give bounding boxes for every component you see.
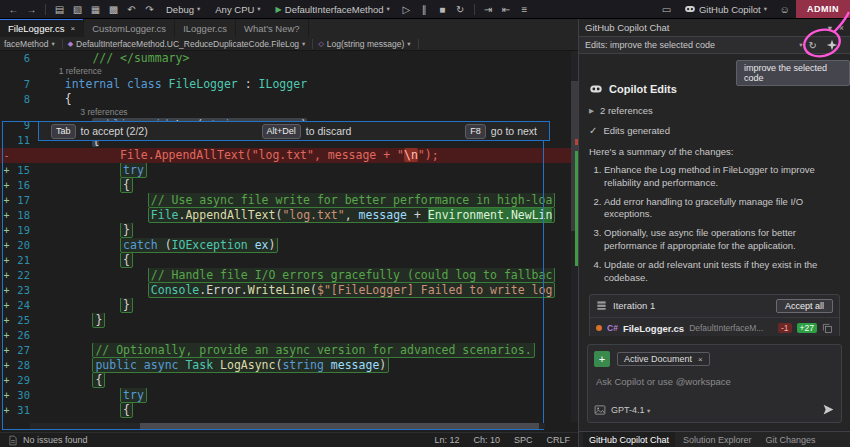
code-line[interactable]: +15 try — [0, 163, 578, 178]
github-copilot-menu[interactable]: GitHub Copilot▾ — [678, 2, 773, 16]
remove-context-icon[interactable]: × — [698, 355, 703, 364]
code-text: } — [37, 223, 578, 238]
horizontal-scrollbar-thumb[interactable] — [140, 423, 539, 429]
save-all-icon[interactable]: ▩ — [106, 4, 121, 15]
code-line[interactable]: +29 { — [0, 373, 578, 388]
panel-tab[interactable]: GitHub Copilot Chat — [583, 432, 675, 447]
find-icon[interactable]: ≡ — [517, 4, 532, 15]
horizontal-scrollbar[interactable] — [30, 423, 545, 429]
breadcrumb-project[interactable]: faceMethod▾ — [4, 39, 63, 49]
hint-discard-text: to discard — [306, 125, 352, 137]
line-indicator[interactable]: Ln: 12 — [434, 435, 459, 445]
code-text: 3 references — [37, 107, 578, 118]
doc-tab[interactable]: CustomLogger.cs — [84, 19, 175, 37]
f8-key: F8 — [465, 124, 486, 139]
run-icon: ▶ — [276, 5, 282, 14]
codelens-row[interactable]: 3 references — [0, 107, 578, 118]
code-line[interactable]: +26 — [0, 328, 578, 343]
restart-icon[interactable]: ↻ — [453, 4, 468, 15]
code-line[interactable]: 7 internal class FileLogger : ILogger — [0, 77, 578, 92]
send-icon[interactable] — [822, 403, 835, 416]
debug-config-label: Debug — [166, 4, 194, 15]
history-icon[interactable]: ↻ — [809, 40, 817, 51]
chevron-down-icon: ▾ — [51, 40, 54, 48]
mode-dropdown[interactable]: Edits: improve the selected code ▾ — [585, 40, 803, 50]
issues-status[interactable]: No issues found — [23, 435, 88, 445]
pause-icon[interactable]: ∥ — [417, 4, 432, 15]
code-line[interactable]: - File.AppendAllText("log.txt", message … — [0, 148, 578, 163]
add-context-button[interactable]: + — [594, 351, 610, 367]
code-line[interactable]: +18 File.AppendAllText("log.txt", messag… — [0, 208, 578, 223]
feedback-icon[interactable]: ☺ — [777, 4, 792, 15]
active-document-label: Active Document — [624, 354, 692, 364]
code-line[interactable]: +21 { — [0, 253, 578, 268]
improve-selection-icon[interactable] — [826, 39, 838, 51]
line-number: 25 — [13, 313, 37, 328]
code-line[interactable]: +23 Console.Error.WriteLine($"[FileLogge… — [0, 283, 578, 298]
breadcrumb-type[interactable]: ◆DefaultInterfaceMethod.UC_ReduceDuplica… — [68, 39, 314, 49]
forward-icon[interactable]: → — [24, 4, 39, 15]
open-diff-icon[interactable] — [822, 323, 833, 334]
undo-icon[interactable]: ↶ — [124, 4, 139, 15]
breadcrumb-member-label: Log(string message) — [327, 39, 404, 49]
references-label: 2 references — [600, 105, 653, 116]
chevron-down-icon[interactable]: ▾ — [828, 23, 832, 33]
codelens-row[interactable]: 1 reference — [0, 66, 578, 77]
save-icon[interactable]: ▦ — [88, 4, 103, 15]
spaces-indicator[interactable]: SPC — [514, 435, 533, 445]
start-debug-dropdown[interactable]: ▶DefaultInterfaceMethod▾ — [270, 3, 396, 16]
references-row[interactable]: ▶ 2 references — [589, 105, 840, 116]
line-number: 21 — [13, 253, 37, 268]
accept-all-button[interactable]: Accept all — [776, 299, 833, 313]
live-share-icon[interactable]: ▭ — [659, 4, 674, 15]
code-line[interactable]: +19 } — [0, 223, 578, 238]
column-indicator[interactable]: Ch: 10 — [473, 435, 500, 445]
code-line[interactable]: +20 catch (IOException ex) — [0, 238, 578, 253]
doc-tab[interactable]: What's New? — [236, 19, 309, 37]
stop-icon[interactable]: ■ — [435, 4, 450, 15]
platform-dropdown[interactable]: Any CPU▾ — [209, 3, 266, 16]
chevron-down-icon: ▾ — [764, 5, 767, 13]
line-ending-indicator[interactable]: CRLF — [546, 435, 570, 445]
new-file-icon[interactable]: ▤ — [52, 4, 67, 15]
debug-config-dropdown[interactable]: Debug▾ — [160, 3, 206, 16]
code-line[interactable]: +27 // Optionally, provide an async vers… — [0, 343, 578, 358]
panel-tab[interactable]: Git Changes — [760, 432, 822, 447]
back-icon[interactable]: ← — [6, 4, 21, 15]
chat-input-placeholder[interactable]: Ask Copilot or use @workspace — [596, 376, 833, 387]
attach-image-icon[interactable] — [594, 404, 606, 416]
code-line[interactable]: 8 { — [0, 92, 578, 107]
step-into-icon[interactable]: ⇥ — [481, 4, 496, 15]
run-without-debug-icon[interactable]: ▷ — [399, 4, 414, 15]
code-line[interactable]: +16 { — [0, 178, 578, 193]
open-folder-icon[interactable]: ▧ — [70, 4, 85, 15]
code-line[interactable]: +24 } — [0, 298, 578, 313]
panel-tab[interactable]: Solution Explorer — [677, 432, 758, 447]
code-line[interactable]: +28 public async Task LogAsync(string me… — [0, 358, 578, 373]
vertical-scrollbar[interactable] — [571, 51, 578, 422]
code-editor[interactable]: 6 /// </summary> 1 reference7 internal c… — [0, 51, 578, 432]
diff-gutter-mark: + — [0, 343, 13, 358]
code-line[interactable]: +22 // Handle file I/O errors gracefully… — [0, 268, 578, 283]
step-out-icon[interactable]: ⇤ — [499, 4, 514, 15]
panel-header: GitHub Copilot Chat ▾ × — [579, 19, 850, 37]
titlebar-right: ▭ GitHub Copilot▾ ☺ ADMIN — [659, 0, 850, 18]
close-icon[interactable]: × — [839, 23, 844, 33]
copilot-icon — [684, 3, 696, 15]
code-line[interactable]: 6 /// </summary> — [0, 51, 578, 66]
tab-close-icon[interactable]: × — [71, 24, 76, 33]
code-line[interactable]: +31 { — [0, 403, 578, 418]
doc-tab-label: FileLogger.cs — [8, 23, 65, 34]
breadcrumb-member[interactable]: ◇Log(string message)▾ — [318, 39, 418, 49]
doc-tab[interactable]: ILogger.cs — [175, 19, 236, 37]
chat-input-card[interactable]: + Active Document × Ask Copilot or use @… — [587, 344, 842, 423]
line-number: 24 — [13, 298, 37, 313]
code-line[interactable]: +17 // Use async file write for better p… — [0, 193, 578, 208]
code-line[interactable]: +25 } — [0, 313, 578, 328]
redo-icon[interactable]: ↷ — [142, 4, 157, 15]
edited-file-row[interactable]: C# FileLogger.cs DefaultInterfaceM... -1… — [590, 318, 839, 337]
code-line[interactable]: +30 try — [0, 388, 578, 403]
model-selector[interactable]: GPT-4.1 ▾ — [611, 405, 650, 415]
doc-tab[interactable]: FileLogger.cs× — [0, 19, 84, 37]
active-document-chip[interactable]: Active Document × — [617, 352, 710, 366]
